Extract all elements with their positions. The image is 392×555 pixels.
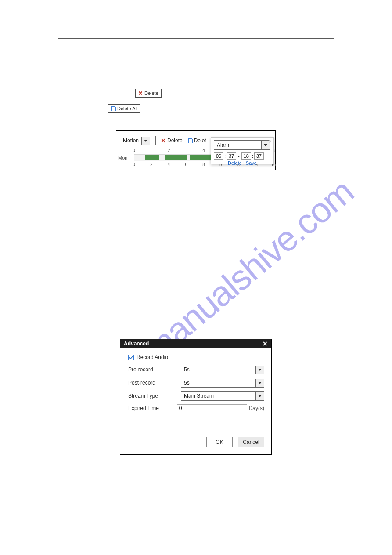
trash-icon: [111, 106, 115, 111]
popover-delete-link[interactable]: Delete: [228, 160, 242, 166]
chevron-down-icon: [255, 366, 264, 374]
dialog-title-text: Advanced: [124, 341, 149, 347]
schedule-type-value: Motion: [120, 138, 141, 144]
delete-button[interactable]: Delete: [135, 89, 162, 98]
popover-type-value: Alarm: [214, 142, 261, 148]
ok-button[interactable]: OK: [206, 437, 233, 447]
time-end-minute[interactable]: [254, 152, 264, 160]
post-record-value: 5s: [181, 380, 255, 386]
stream-type-value: Main Stream: [181, 393, 255, 399]
schedule-delete-label: Delete: [167, 138, 183, 144]
schedule-row-label: Mon: [118, 155, 127, 160]
popover-time-row: : - :: [214, 152, 271, 160]
chevron-down-icon: [255, 392, 264, 400]
close-icon[interactable]: ×: [269, 138, 272, 145]
pre-record-label: Pre-record: [128, 366, 181, 373]
pre-record-value: 5s: [181, 366, 255, 373]
post-record-dropdown[interactable]: 5s: [181, 378, 264, 388]
divider: [58, 38, 334, 39]
expired-time-label: Expired Time: [128, 405, 177, 411]
time-end-hour[interactable]: [241, 152, 251, 160]
expired-time-suffix: Day(s): [249, 405, 264, 411]
schedule-type-dropdown[interactable]: Motion: [120, 136, 156, 145]
close-icon[interactable]: ✕: [263, 340, 268, 347]
trash-icon: [188, 138, 192, 143]
schedule-delete-tool[interactable]: Delete: [161, 138, 183, 144]
schedule-edit-popover: × Alarm : - : Delete | Save: [211, 137, 274, 164]
record-audio-checkbox[interactable]: [128, 355, 134, 360]
schedule-delete-clip-label: Delet: [194, 138, 206, 144]
schedule-delete-tool-clip[interactable]: Delet: [188, 138, 206, 144]
pre-record-dropdown[interactable]: 5s: [181, 365, 264, 374]
popover-type-dropdown[interactable]: Alarm: [214, 140, 270, 150]
dialog-titlebar: Advanced ✕: [120, 339, 271, 348]
delete-all-button-label: Delete All: [117, 106, 137, 111]
delete-all-button[interactable]: Delete All: [108, 104, 140, 113]
advanced-dialog: Advanced ✕ Record Audio Pre-record 5s Po…: [120, 339, 272, 455]
record-audio-label: Record Audio: [137, 354, 168, 360]
post-record-label: Post-record: [128, 380, 181, 386]
chevron-down-icon: [255, 379, 264, 387]
expired-time-input[interactable]: [177, 404, 247, 412]
close-icon: [161, 138, 165, 143]
time-start-hour[interactable]: [214, 152, 223, 160]
divider: [58, 62, 334, 62]
delete-button-label: Delete: [144, 91, 158, 96]
chevron-down-icon: [141, 137, 150, 145]
divider: [58, 464, 334, 464]
divider: [58, 187, 334, 187]
cancel-button[interactable]: Cancel: [238, 437, 264, 447]
popover-save-link[interactable]: Save: [246, 160, 257, 166]
close-icon: [138, 91, 143, 95]
stream-type-dropdown[interactable]: Main Stream: [181, 391, 264, 401]
time-start-minute[interactable]: [227, 152, 236, 160]
stream-type-label: Stream Type: [128, 393, 181, 399]
